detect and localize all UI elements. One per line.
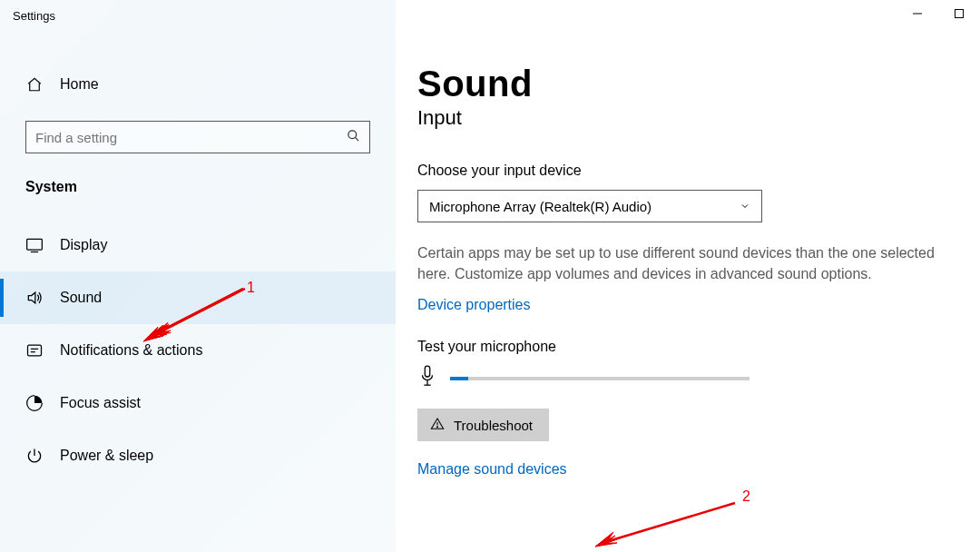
device-properties-link[interactable]: Device properties	[417, 297, 531, 313]
nav-home[interactable]: Home	[0, 64, 396, 104]
annotation-number-1: 1	[247, 280, 255, 296]
warning-icon	[430, 417, 445, 434]
mic-level-fill	[450, 377, 468, 380]
annotation-arrow-2	[590, 499, 744, 552]
svg-rect-10	[425, 366, 430, 377]
nav-list: Display Sound Notifications & actions	[0, 219, 396, 482]
minimize-button[interactable]	[897, 0, 938, 27]
main-content: Sound Input Choose your input device Mic…	[396, 0, 980, 552]
mic-test-row	[417, 364, 958, 392]
page-title: Sound	[417, 64, 958, 104]
svg-point-14	[436, 427, 437, 428]
sidebar: Settings Home System	[0, 0, 396, 552]
nav-label: Power & sleep	[60, 448, 153, 464]
annotation-arrow-1	[136, 283, 254, 347]
svg-line-24	[603, 503, 735, 543]
notifications-icon	[25, 341, 44, 360]
annotation-number-2: 2	[742, 488, 750, 505]
nav-label: Display	[60, 237, 107, 253]
svg-rect-4	[28, 345, 42, 356]
svg-line-1	[355, 137, 358, 141]
input-description: Certain apps may be set up to use differ…	[417, 242, 958, 284]
input-device-dropdown[interactable]: Microphone Array (Realtek(R) Audio)	[417, 190, 762, 222]
focus-icon	[25, 394, 44, 412]
nav-label: Sound	[60, 290, 102, 306]
troubleshoot-button[interactable]: Troubleshoot	[417, 409, 549, 441]
svg-rect-2	[27, 239, 43, 250]
section-header: System	[0, 153, 396, 202]
app-title: Settings	[0, 0, 396, 23]
page-subtitle: Input	[417, 106, 958, 130]
maximize-button[interactable]	[938, 0, 980, 27]
nav-label: Focus assist	[60, 395, 141, 411]
svg-line-21	[149, 289, 245, 338]
svg-rect-9	[956, 10, 964, 18]
search-input[interactable]	[35, 130, 347, 145]
search-icon	[347, 129, 360, 145]
microphone-icon	[417, 364, 437, 392]
test-mic-label: Test your microphone	[417, 339, 958, 355]
nav-item-power[interactable]: Power & sleep	[0, 429, 396, 482]
troubleshoot-label: Troubleshoot	[454, 418, 533, 433]
display-icon	[25, 236, 44, 254]
input-device-selected: Microphone Array (Realtek(R) Audio)	[429, 199, 652, 214]
chevron-down-icon	[740, 199, 750, 214]
sound-icon	[25, 289, 44, 307]
home-icon	[25, 75, 44, 94]
nav-item-focus[interactable]: Focus assist	[0, 377, 396, 429]
choose-input-label: Choose your input device	[417, 163, 958, 179]
mic-level-bar	[450, 377, 750, 380]
manage-sound-devices-link[interactable]: Manage sound devices	[417, 461, 567, 478]
svg-point-0	[348, 131, 357, 139]
nav-home-label: Home	[60, 76, 99, 93]
search-box[interactable]	[25, 121, 370, 153]
power-icon	[25, 447, 44, 465]
window-controls	[897, 0, 980, 27]
nav-item-display[interactable]: Display	[0, 219, 396, 271]
